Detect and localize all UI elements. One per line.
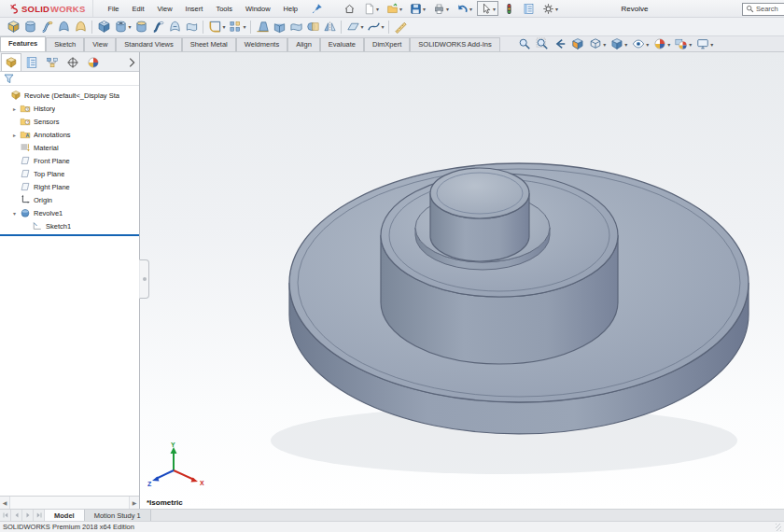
zoom-to-fit-button[interactable] (517, 35, 533, 52)
dropdown-caret-icon[interactable]: ▾ (244, 23, 246, 30)
options-gear-button[interactable]: ▾ (539, 1, 561, 16)
home-button[interactable] (341, 1, 358, 16)
lofted-cut-button[interactable] (166, 19, 183, 35)
dropdown-caret-icon[interactable]: ▾ (446, 6, 449, 12)
nav-last-button[interactable] (34, 510, 45, 521)
resize-grip[interactable] (776, 524, 781, 531)
dropdown-caret-icon[interactable]: ▾ (469, 6, 472, 12)
scroll-left-arrow-icon[interactable]: ◀ (0, 497, 10, 509)
mirror-button[interactable] (321, 19, 338, 35)
tree-expander-icon[interactable]: ▾ (9, 210, 20, 217)
dropdown-caret-icon[interactable]: ▾ (667, 41, 670, 48)
section-view-button[interactable] (570, 35, 586, 52)
hide-show-items-button[interactable]: ▾ (631, 35, 651, 52)
previous-view-button[interactable] (553, 35, 568, 52)
menu-file[interactable]: File (101, 5, 125, 13)
tree-filter-row[interactable] (0, 72, 139, 86)
select-cursor-button[interactable]: ▾ (477, 1, 498, 16)
nav-prev-button[interactable] (11, 510, 22, 521)
dropdown-caret-icon[interactable]: ▾ (689, 41, 692, 48)
dropdown-caret-icon[interactable]: ▾ (555, 6, 558, 12)
propertymanager-tab[interactable] (21, 53, 42, 71)
ribbon-tab-sketch[interactable]: Sketch (46, 37, 84, 51)
menu-edit[interactable]: Edit (126, 5, 151, 13)
tree-item-origin[interactable]: Origin (0, 193, 139, 206)
graphics-viewport[interactable]: Y X Z *Isometric (140, 52, 784, 509)
dropdown-caret-icon[interactable]: ▾ (361, 23, 364, 30)
menu-help[interactable]: Help (277, 5, 304, 13)
tree-item-revolve1[interactable]: ▾Revolve1 (0, 206, 139, 219)
dropdown-caret-icon[interactable]: ▾ (223, 23, 226, 30)
dropdown-caret-icon[interactable]: ▾ (624, 41, 627, 48)
zoom-to-area-button[interactable] (535, 35, 551, 52)
dropdown-caret-icon[interactable]: ▾ (376, 6, 379, 12)
pin-menu-button[interactable] (308, 1, 326, 16)
display-style-button[interactable]: ▾ (609, 35, 629, 52)
lofted-boss-button[interactable] (55, 19, 72, 35)
ribbon-tab-standard-views[interactable]: Standard Views (116, 37, 181, 51)
curves-button[interactable]: ▾ (365, 19, 385, 35)
tree-item-front-plane[interactable]: Front Plane (0, 154, 139, 167)
featuremanager-tab[interactable] (1, 53, 21, 71)
boundary-boss-button[interactable] (72, 19, 89, 35)
boundary-cut-button[interactable] (183, 19, 200, 35)
reference-geometry-button[interactable]: ▾ (344, 19, 365, 35)
swept-boss-button[interactable] (38, 19, 55, 35)
ribbon-tab-weldments[interactable]: Weldments (236, 37, 287, 51)
panel-splitter-handle[interactable] (139, 259, 149, 299)
intersect-button[interactable] (304, 19, 321, 35)
ribbon-tab-dimxpert[interactable]: DimXpert (364, 37, 410, 51)
dropdown-caret-icon[interactable]: ▾ (129, 23, 132, 30)
ribbon-tab-sheet-metal[interactable]: Sheet Metal (182, 37, 236, 51)
dimxpertmanager-tab[interactable] (63, 53, 83, 71)
tree-root-item[interactable]: Revolve (Default<_Display Sta (0, 89, 139, 102)
tree-item-sketch1[interactable]: Sketch1 (0, 219, 139, 232)
menu-insert[interactable]: Insert (179, 5, 210, 13)
revolved-cut-button[interactable] (133, 19, 149, 35)
configurationmanager-tab[interactable] (42, 53, 63, 71)
instant3d-button[interactable] (392, 19, 409, 35)
panel-horizontal-scrollbar[interactable]: ◀ ▶ (0, 496, 139, 509)
menu-window[interactable]: Window (239, 5, 277, 13)
nav-next-button[interactable] (22, 510, 34, 521)
save-button[interactable]: ▾ (407, 1, 428, 16)
menu-view[interactable]: View (150, 5, 178, 13)
view-orientation-button[interactable]: ▾ (588, 35, 608, 52)
task-list-button[interactable] (520, 1, 538, 16)
nav-first-button[interactable] (0, 510, 11, 521)
hole-wizard-button[interactable]: ▾ (112, 19, 133, 35)
bottom-tab-motion-study-1[interactable]: Motion Study 1 (85, 510, 151, 521)
scrollbar-track[interactable] (10, 497, 129, 509)
menu-tools[interactable]: Tools (209, 5, 239, 13)
panel-expand-tab[interactable] (125, 53, 138, 71)
dropdown-caret-icon[interactable]: ▾ (423, 6, 426, 12)
tree-item-right-plane[interactable]: Right Plane (0, 180, 139, 193)
dropdown-caret-icon[interactable]: ▾ (710, 41, 713, 48)
extruded-boss-button[interactable] (5, 19, 21, 35)
shell-button[interactable] (271, 19, 287, 35)
wrap-button[interactable] (287, 19, 304, 35)
tree-item-history[interactable]: ▸History (0, 102, 139, 115)
search-box[interactable]: Search (742, 3, 784, 16)
extruded-cut-button[interactable] (95, 19, 112, 35)
dropdown-caret-icon[interactable]: ▾ (493, 6, 496, 12)
edit-appearance-button[interactable]: ▾ (652, 35, 672, 52)
draft-button[interactable] (254, 19, 271, 35)
fillet-button[interactable]: ▾ (206, 19, 227, 35)
ribbon-tab-features[interactable]: Features (0, 36, 46, 51)
linear-pattern-button[interactable]: ▾ (227, 19, 247, 35)
bottom-tab-model[interactable]: Model (45, 510, 85, 521)
model-revolve-part[interactable] (140, 52, 784, 509)
traffic-light-button[interactable] (500, 1, 518, 16)
ribbon-tab-align[interactable]: Align (287, 37, 320, 51)
dropdown-caret-icon[interactable]: ▾ (382, 23, 385, 30)
apply-scene-button[interactable]: ▾ (674, 35, 693, 52)
tree-expander-icon[interactable]: ▸ (9, 132, 20, 138)
new-document-button[interactable]: ▾ (360, 1, 382, 16)
displaymanager-tab[interactable] (83, 53, 104, 71)
ribbon-tab-evaluate[interactable]: Evaluate (320, 37, 364, 51)
dropdown-caret-icon[interactable]: ▾ (603, 41, 606, 48)
rollback-bar[interactable] (0, 234, 139, 236)
ribbon-tab-view[interactable]: View (84, 37, 116, 51)
view-settings-button[interactable]: ▾ (695, 35, 715, 52)
